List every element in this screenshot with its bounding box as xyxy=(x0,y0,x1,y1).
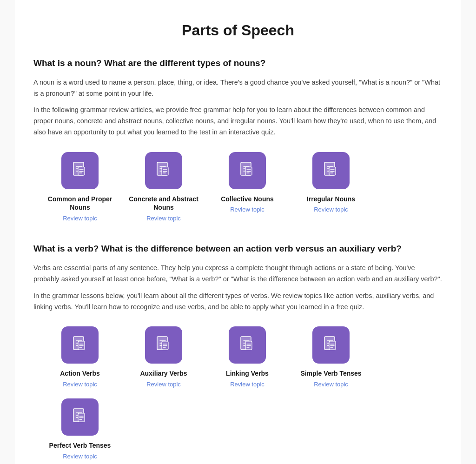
topic-name: Common and Proper Nouns xyxy=(43,195,117,212)
verbs-paragraph-2: In the grammar lessons below, you'll lea… xyxy=(33,291,443,313)
nouns-paragraph-1: A noun is a word used to name a person, … xyxy=(33,77,443,99)
topic-card: Concrete and Abstract NounsReview topic xyxy=(126,152,201,223)
review-topic-link[interactable]: Review topic xyxy=(146,380,181,390)
topic-name: Collective Nouns xyxy=(221,195,274,203)
topic-name: Perfect Verb Tenses xyxy=(49,441,111,450)
review-topic-link[interactable]: Review topic xyxy=(63,214,97,224)
nouns-section: What is a noun? What are the different t… xyxy=(33,56,443,223)
review-topic-link[interactable]: Review topic xyxy=(314,380,348,390)
topic-icon xyxy=(312,152,350,189)
topic-name: Linking Verbs xyxy=(226,369,269,378)
topic-name: Auxiliary Verbs xyxy=(140,369,187,378)
topic-icon xyxy=(145,326,182,364)
verbs-topics-grid: Action VerbsReview topic Auxiliary Verbs… xyxy=(33,326,443,461)
topic-card: Auxiliary VerbsReview topic xyxy=(126,326,201,389)
review-topic-link[interactable]: Review topic xyxy=(63,380,97,390)
nouns-topics-grid: Common and Proper NounsReview topic Conc… xyxy=(33,152,443,223)
topic-name: Concrete and Abstract Nouns xyxy=(126,195,201,212)
topic-name: Irregular Nouns xyxy=(307,195,355,203)
topic-icon xyxy=(61,326,99,364)
verbs-heading: What is a verb? What is the difference b… xyxy=(33,242,443,256)
verbs-paragraph-1: Verbs are essential parts of any sentenc… xyxy=(33,263,443,285)
topic-icon xyxy=(61,398,99,436)
page-title: Parts of Speech xyxy=(33,19,443,42)
topic-card: Collective NounsReview topic xyxy=(210,152,284,223)
topic-card: Simple Verb TensesReview topic xyxy=(294,326,368,389)
topic-card: Perfect Verb TensesReview topic xyxy=(43,398,117,461)
review-topic-link[interactable]: Review topic xyxy=(63,452,97,462)
page-container: Parts of Speech What is a noun? What are… xyxy=(15,0,461,464)
topic-icon xyxy=(145,152,182,189)
topic-name: Action Verbs xyxy=(60,369,100,378)
nouns-heading: What is a noun? What are the different t… xyxy=(33,56,443,70)
verbs-section: What is a verb? What is the difference b… xyxy=(33,242,443,461)
topic-icon xyxy=(312,326,350,364)
review-topic-link[interactable]: Review topic xyxy=(314,205,348,215)
topic-icon xyxy=(229,152,266,189)
nouns-paragraph-2: In the following grammar review articles… xyxy=(33,105,443,138)
topic-card: Irregular NounsReview topic xyxy=(294,152,368,223)
review-topic-link[interactable]: Review topic xyxy=(230,205,264,215)
topic-icon xyxy=(61,152,99,189)
topic-icon xyxy=(229,326,266,364)
topic-card: Linking VerbsReview topic xyxy=(210,326,284,389)
topic-name: Simple Verb Tenses xyxy=(300,369,361,378)
topic-card: Action VerbsReview topic xyxy=(43,326,117,389)
review-topic-link[interactable]: Review topic xyxy=(146,214,181,224)
topic-card: Common and Proper NounsReview topic xyxy=(43,152,117,223)
review-topic-link[interactable]: Review topic xyxy=(230,380,264,390)
